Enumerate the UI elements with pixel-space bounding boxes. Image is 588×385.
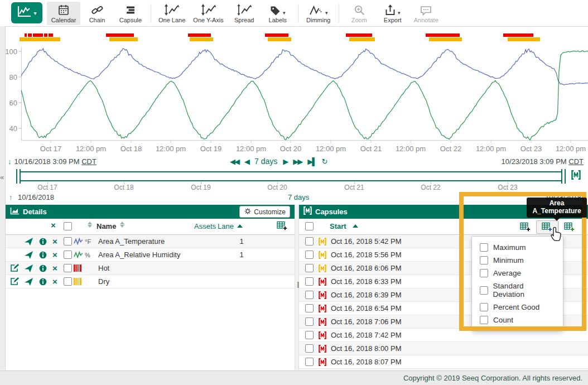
timeline-left-handle[interactable] <box>16 169 21 184</box>
remove-icon[interactable]: × <box>52 248 61 261</box>
trend-view-icon <box>17 6 32 20</box>
stats-menu-item-standard-deviation[interactable]: Standard Deviation <box>472 280 563 301</box>
toolbar-button-zoom[interactable]: Zoom <box>343 2 376 25</box>
info-icon[interactable] <box>39 262 49 275</box>
display-range-end[interactable]: 10/23/2018 3:09 PM CDT <box>502 157 584 166</box>
info-icon[interactable] <box>39 235 49 248</box>
edit-icon[interactable] <box>10 275 21 288</box>
add-stat-column-button[interactable] <box>558 221 580 233</box>
column-lane[interactable]: Lane <box>218 222 234 230</box>
select-all-capsules-checkbox[interactable] <box>305 222 314 230</box>
select-all-checkbox[interactable] <box>64 222 72 230</box>
investigate-start-date[interactable]: 10/16/2018 <box>18 193 54 201</box>
toolbar-button-one-lane[interactable]: One Lane <box>155 2 189 25</box>
investigate-duration[interactable]: 7 days <box>288 193 309 201</box>
timezone-link[interactable]: CDT <box>81 157 97 166</box>
capsule-icon <box>319 235 329 248</box>
asset-swap-icon[interactable] <box>25 248 35 261</box>
lane-value: 1 <box>233 235 250 248</box>
toolbar-label: Chain <box>89 17 105 23</box>
column-name[interactable]: Name <box>97 222 116 230</box>
timeline-right-handle[interactable] <box>561 169 566 184</box>
asset-swap-icon[interactable] <box>25 275 35 288</box>
capsule-bar-hot <box>426 33 460 37</box>
step-back-icon[interactable]: ◀ <box>244 157 249 166</box>
info-icon[interactable] <box>39 275 49 288</box>
timezone-link[interactable]: CDT <box>568 157 584 166</box>
lane-value <box>233 275 250 288</box>
toolbar-button-dimming[interactable]: ▾Dimming <box>302 2 335 25</box>
step-forward-much-icon[interactable]: ▶▶ <box>293 157 302 166</box>
column-assets[interactable]: Assets <box>194 222 216 230</box>
details-row: ×°FArea A_Temperature1 <box>6 235 295 248</box>
trend-chart[interactable]: 100806040Oct 1712:00 pmOct 1812:00 pmOct… <box>0 26 588 157</box>
remove-icon[interactable]: × <box>52 275 61 288</box>
row-checkbox[interactable] <box>64 235 73 248</box>
item-name[interactable]: Area A_Relative Humidity <box>98 248 232 261</box>
capsule-checkbox[interactable] <box>305 369 314 370</box>
item-name[interactable]: Area A_Temperature <box>98 235 232 248</box>
step-to-end-icon[interactable]: ▶▌ <box>307 157 316 166</box>
display-range-start[interactable]: ↓10/16/2018 3:09 PM CDT <box>8 157 97 166</box>
capsule-checkbox[interactable] <box>305 262 314 275</box>
range-end-text[interactable]: 10/23/2018 3:09 PM <box>502 157 567 166</box>
toolbar-button-chain[interactable]: Chain <box>80 2 114 25</box>
stats-menu-item-average[interactable]: Average <box>472 267 563 280</box>
toolbar-button-spread[interactable]: Spread <box>228 2 261 25</box>
chevron-down-icon: ▾ <box>325 10 328 16</box>
capsule-bar-hot <box>188 33 211 37</box>
add-stat-column-button[interactable] <box>536 220 558 234</box>
toolbar-button-export[interactable]: ▾Export <box>376 2 409 25</box>
info-icon[interactable] <box>39 248 49 261</box>
capsule-checkbox[interactable] <box>305 275 314 288</box>
lane-value <box>233 262 250 275</box>
asset-swap-icon[interactable] <box>25 262 35 275</box>
edit-icon[interactable] <box>10 262 21 275</box>
step-forward-icon[interactable]: ▶ <box>283 157 287 166</box>
capsule-time-icon[interactable] <box>571 170 581 182</box>
series-area-a-temperature[interactable] <box>21 49 588 85</box>
sort-icon[interactable] <box>88 222 92 228</box>
column-start[interactable]: Start <box>330 222 346 230</box>
stats-menu-item-percent-good[interactable]: Percent Good <box>472 301 563 314</box>
timeline-range-selector[interactable] <box>18 171 562 181</box>
toolbar-button-annotate[interactable]: Annotate <box>409 2 443 25</box>
remove-all-icon[interactable]: × <box>51 221 56 229</box>
capsule-bar-hot <box>346 33 372 37</box>
capsule-checkbox[interactable] <box>305 315 314 328</box>
add-column-icon[interactable] <box>277 221 288 233</box>
capsule-checkbox[interactable] <box>305 248 314 261</box>
toolbar-button-capsule[interactable]: Capsule <box>114 2 147 25</box>
remove-icon[interactable]: × <box>52 262 61 275</box>
capsule-checkbox[interactable] <box>305 329 314 341</box>
capsule-checkbox[interactable] <box>305 355 314 368</box>
capsule-checkbox[interactable] <box>305 302 314 315</box>
remove-icon[interactable]: × <box>52 235 61 248</box>
add-stat-column-button[interactable] <box>515 221 536 233</box>
stats-menu-item-count[interactable]: Count <box>472 314 563 326</box>
row-checkbox[interactable] <box>64 248 73 261</box>
capsule-checkbox[interactable] <box>305 235 314 248</box>
one-y-axis-icon <box>201 3 216 16</box>
capsule-checkbox[interactable] <box>305 342 314 355</box>
stats-menu-item-maximum[interactable]: Maximum <box>472 241 563 254</box>
range-start-text[interactable]: 10/16/2018 3:09 PM <box>15 157 80 166</box>
stats-menu-item-minimum[interactable]: Minimum <box>472 254 563 267</box>
asset-swap-icon[interactable] <box>25 235 35 248</box>
sort-icon[interactable] <box>120 222 124 228</box>
refresh-icon[interactable]: ↻ <box>321 157 326 166</box>
item-name[interactable]: Hot <box>98 262 232 275</box>
capsule-checkbox[interactable] <box>305 288 314 301</box>
row-checkbox[interactable] <box>64 275 73 288</box>
panel-splitter[interactable]: ▐▌ <box>295 205 299 370</box>
view-selector-button[interactable]: ▾ <box>11 2 42 23</box>
row-checkbox[interactable] <box>64 262 73 275</box>
toolbar-button-one-y-axis[interactable]: One Y-Axis <box>189 2 227 25</box>
step-back-much-icon[interactable]: ◀◀ <box>230 157 239 166</box>
series-area-a-relative-humidity[interactable] <box>21 51 588 140</box>
item-name[interactable]: Dry <box>98 275 232 288</box>
toolbar-button-calendar[interactable]: Calendar <box>47 2 80 25</box>
toolbar-button-labels[interactable]: ▾Labels <box>261 2 295 25</box>
customize-button[interactable]: Customize <box>239 206 290 218</box>
range-duration[interactable]: 7 days <box>254 157 277 166</box>
